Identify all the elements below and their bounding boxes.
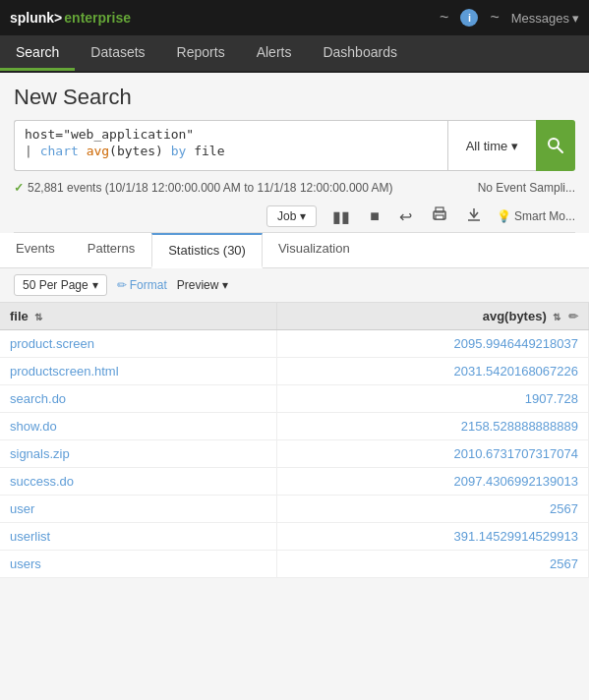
nav-item-alerts[interactable]: Alerts xyxy=(241,35,308,71)
top-bar: splunk> enterprise ~ i ~ Messages ▾ xyxy=(0,0,589,35)
preview-button[interactable]: Preview ▾ xyxy=(177,278,229,292)
format-pencil-icon: ✏ xyxy=(117,278,127,292)
nav-item-dashboards[interactable]: Dashboards xyxy=(307,35,413,71)
col-header-avg-bytes[interactable]: avg(bytes) ⇅ ✏ xyxy=(277,303,589,330)
cell-avg-bytes-6: 2567 xyxy=(277,496,589,523)
cell-file-4[interactable]: signals.zip xyxy=(0,440,277,468)
search-icon-top[interactable]: ~ xyxy=(490,9,499,27)
preview-label: Preview xyxy=(177,278,219,292)
cell-avg-bytes-3: 2158.528888888889 xyxy=(277,413,589,440)
print-icon xyxy=(432,206,447,222)
table-row: userlist 391.14529914529913 xyxy=(0,523,589,551)
bulb-icon: 💡 xyxy=(497,209,511,223)
cell-avg-bytes-4: 2010.6731707317074 xyxy=(277,440,589,468)
tab-statistics[interactable]: Statistics (30) xyxy=(151,233,263,268)
time-picker-chevron: ▾ xyxy=(511,139,518,153)
search-area: host="web_application" | chart avg(bytes… xyxy=(14,120,575,171)
search-magnifier-icon xyxy=(547,137,564,154)
statistics-table: file ⇅ avg(bytes) ⇅ ✏ product.screen 209… xyxy=(0,303,589,578)
cell-file-2[interactable]: search.do xyxy=(0,385,277,413)
per-page-button[interactable]: 50 Per Page ▾ xyxy=(14,274,107,296)
time-picker-label: All time xyxy=(466,139,508,153)
col-avg-edit-icon[interactable]: ✏ xyxy=(568,310,578,323)
main-nav: Search Datasets Reports Alerts Dashboard… xyxy=(0,35,589,73)
col-file-sort-icon: ⇅ xyxy=(34,312,42,322)
download-icon xyxy=(467,207,481,221)
cell-file-3[interactable]: show.do xyxy=(0,413,277,440)
cell-avg-bytes-5: 2097.4306992139013 xyxy=(277,468,589,496)
status-bar-left: ✓ 52,881 events (10/1/18 12:00:00.000 AM… xyxy=(14,181,393,195)
query-by: by xyxy=(171,144,187,158)
cell-avg-bytes-1: 2031.5420168067226 xyxy=(277,358,589,385)
table-row: users 2567 xyxy=(0,551,589,578)
splunk-logo-text: splunk> xyxy=(10,10,62,26)
info-icon[interactable]: i xyxy=(460,9,478,27)
cell-file-8[interactable]: users xyxy=(0,551,277,578)
cell-avg-bytes-7: 391.14529914529913 xyxy=(277,523,589,551)
time-picker[interactable]: All time ▾ xyxy=(447,120,536,171)
status-sampling: No Event Sampli... xyxy=(478,181,575,195)
col-avg-label: avg(bytes) xyxy=(483,309,547,323)
nav-item-reports[interactable]: Reports xyxy=(161,35,241,71)
svg-line-1 xyxy=(558,147,562,152)
cell-avg-bytes-2: 1907.728 xyxy=(277,385,589,413)
print-button[interactable] xyxy=(428,204,451,228)
nav-item-datasets[interactable]: Datasets xyxy=(75,35,160,71)
col-avg-sort-icon: ⇅ xyxy=(553,312,560,322)
table-row: user 2567 xyxy=(0,496,589,523)
top-bar-icons: ~ i ~ Messages ▾ xyxy=(440,9,579,27)
table-row: signals.zip 2010.6731707317074 xyxy=(0,440,589,468)
cell-file-1[interactable]: productscreen.html xyxy=(0,358,277,385)
search-query-line1: host="web_application" xyxy=(25,127,438,142)
table-row: product.screen 2095.9946449218037 xyxy=(0,330,589,358)
format-button[interactable]: ✏ Format xyxy=(117,278,167,292)
data-table-wrapper: file ⇅ avg(bytes) ⇅ ✏ product.screen 209… xyxy=(0,303,589,578)
cell-file-0[interactable]: product.screen xyxy=(0,330,277,358)
job-chevron: ▾ xyxy=(300,209,306,223)
status-events-text: 52,881 events (10/1/18 12:00:00.000 AM t… xyxy=(28,181,393,195)
messages-chevron: ▾ xyxy=(572,11,579,26)
messages-menu[interactable]: Messages ▾ xyxy=(511,11,579,26)
download-button[interactable] xyxy=(463,205,485,227)
svg-rect-4 xyxy=(436,215,443,219)
col-file-label: file xyxy=(10,309,29,323)
query-pipe: | xyxy=(25,144,40,158)
tabs-bar: Events Patterns Statistics (30) Visualiz… xyxy=(0,233,589,268)
cell-avg-bytes-8: 2567 xyxy=(277,551,589,578)
stop-button[interactable]: ■ xyxy=(366,205,383,227)
job-toolbar: Job ▾ ▮▮ ■ ↩ 💡 Smart Mo... xyxy=(14,201,575,233)
per-page-label: 50 Per Page xyxy=(23,278,88,292)
cell-file-7[interactable]: userlist xyxy=(0,523,277,551)
splunk-logo-enterprise: enterprise xyxy=(64,10,131,26)
send-button[interactable]: ↩ xyxy=(395,205,416,228)
page-title: New Search xyxy=(14,85,575,110)
activity-icon[interactable]: ~ xyxy=(440,9,448,27)
cell-avg-bytes-0: 2095.9946449218037 xyxy=(277,330,589,358)
cell-file-6[interactable]: user xyxy=(0,496,277,523)
messages-label: Messages xyxy=(511,11,569,26)
tab-visualization[interactable]: Visualization xyxy=(263,233,367,267)
search-input[interactable]: host="web_application" | chart avg(bytes… xyxy=(14,120,447,171)
tab-events[interactable]: Events xyxy=(0,233,72,267)
tab-patterns[interactable]: Patterns xyxy=(72,233,151,267)
job-label: Job xyxy=(277,209,296,223)
smart-mode-button[interactable]: 💡 Smart Mo... xyxy=(497,209,575,223)
query-args: (bytes) xyxy=(109,144,171,158)
page-content: New Search host="web_application" | char… xyxy=(0,73,589,233)
job-button[interactable]: Job ▾ xyxy=(266,205,317,227)
table-toolbar: 50 Per Page ▾ ✏ Format Preview ▾ xyxy=(0,268,589,303)
table-row: success.do 2097.4306992139013 xyxy=(0,468,589,496)
smart-mode-label: Smart Mo... xyxy=(514,209,575,223)
query-cmd: chart xyxy=(40,144,87,158)
table-row: search.do 1907.728 xyxy=(0,385,589,413)
nav-item-search[interactable]: Search xyxy=(0,35,75,71)
table-row: productscreen.html 2031.5420168067226 xyxy=(0,358,589,385)
table-header-row: file ⇅ avg(bytes) ⇅ ✏ xyxy=(0,303,589,330)
col-header-file[interactable]: file ⇅ xyxy=(0,303,277,330)
query-fn: avg xyxy=(87,144,109,158)
query-text-1: host="web_application" xyxy=(25,127,194,142)
search-run-button[interactable] xyxy=(536,120,575,171)
pause-button[interactable]: ▮▮ xyxy=(328,205,354,228)
cell-file-5[interactable]: success.do xyxy=(0,468,277,496)
splunk-logo: splunk> enterprise xyxy=(10,10,131,26)
